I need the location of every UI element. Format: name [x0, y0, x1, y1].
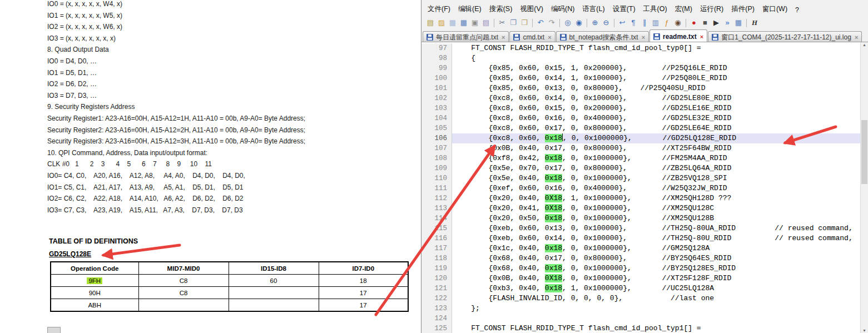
line-number[interactable]: 124 [421, 314, 452, 324]
line-number[interactable]: 108 [421, 153, 452, 163]
line-number[interactable]: 102 [421, 93, 452, 103]
code-line-106[interactable]: 106 {0xc8, 0x60, 0x18, 0, 0x1000000}, //… [421, 133, 860, 143]
code-line-123[interactable]: 123 }; [421, 304, 860, 314]
menu-item-edit[interactable]: 编辑(E) [454, 3, 485, 15]
tab-cmd[interactable]: cmd.txt× [509, 31, 555, 43]
tab-daily-issues[interactable]: 每日遗留重点问题.txt× [423, 31, 509, 43]
tab-close-icon[interactable]: × [642, 34, 645, 41]
code-line-119[interactable]: 119 {0x68, 0x40, 0x18, 0, 0x1000000}, //… [421, 264, 860, 274]
line-number[interactable]: 110 [421, 173, 452, 183]
line-number[interactable]: 112 [421, 193, 452, 203]
zoom-out-icon[interactable]: ⊖ [601, 18, 611, 28]
word-wrap-icon[interactable]: ↩ [617, 18, 627, 28]
code-line-104[interactable]: 104 {0xc8, 0x60, 0x16, 0, 0x400000}, //G… [421, 113, 860, 123]
indent-guide-icon[interactable]: ∥ [639, 18, 649, 28]
new-file-icon[interactable]: ▤ [425, 18, 435, 28]
code-line-112[interactable]: 112 {0x20, 0x40, 0X18, 1, 0x1000000}, //… [421, 193, 860, 203]
tab-close-icon[interactable]: × [502, 34, 505, 41]
code-line-100[interactable]: 100 {0x85, 0x60, 0x14, 1, 0x100000}, //P… [421, 73, 860, 83]
line-number[interactable]: 109 [421, 163, 452, 173]
open-folder-icon[interactable]: ▨ [437, 18, 447, 28]
line-number[interactable]: 120 [421, 274, 452, 284]
editor-area[interactable]: 97 FT_CONST FLASH_RDID_TYPE_T flash_cmd_… [421, 42, 868, 333]
menu-item-help[interactable]: ? [791, 5, 803, 15]
save-macro-icon[interactable]: ▦ [733, 18, 743, 28]
close-file-icon[interactable]: ▣ [470, 18, 480, 28]
menu-item-run[interactable]: 运行(R) [696, 3, 727, 15]
line-number[interactable]: 121 [421, 284, 452, 294]
function-list-icon[interactable]: ƒ [662, 18, 672, 28]
scroll-down-icon[interactable]: ▼ [861, 329, 868, 332]
tab-close-icon[interactable]: × [855, 34, 858, 41]
line-number[interactable]: 117 [421, 243, 452, 254]
code-line-102[interactable]: 102 {0xc8, 0x60, 0x14, 0, 0x100000}, //G… [421, 93, 860, 103]
copy-icon[interactable]: ❐ [508, 18, 518, 28]
code-line-113[interactable]: 113 {0x20, 0x41, 0X18, 0, 0x1000000}, //… [421, 203, 860, 213]
code-line-121[interactable]: 121 {0xb3, 0x40, 0x18, 1, 0x1000000}, //… [421, 284, 860, 294]
line-number[interactable]: 125 [421, 324, 452, 333]
tab-close-icon[interactable]: × [548, 34, 551, 41]
save-icon[interactable]: ▦ [448, 18, 458, 28]
code-line-114[interactable]: 114 {0x20, 0x50, 0x18, 0, 0x1000000}, //… [421, 213, 860, 223]
tab-readme[interactable]: readme.txt× [649, 29, 707, 43]
line-number[interactable]: 115 [421, 223, 452, 233]
line-number[interactable]: 104 [421, 113, 452, 123]
replace-icon[interactable]: ◉ [574, 18, 584, 28]
document-hscrollbar[interactable] [47, 327, 61, 333]
paste-icon[interactable]: ❒ [519, 18, 529, 28]
code-line-122[interactable]: 122 {FLASH_INVALID_ID, 0, 0, 0, 0}, //la… [421, 294, 860, 304]
code-line-110[interactable]: 110 {0x5e, 0x40, 0x18, 0, 0x1000000}, //… [421, 173, 860, 183]
code-line-124[interactable]: 124 [421, 314, 860, 324]
code-line-97[interactable]: 97 FT_CONST FLASH_RDID_TYPE_T flash_cmd_… [421, 43, 860, 53]
line-number[interactable]: 122 [421, 294, 452, 304]
run-macro-multiple-icon[interactable]: » [722, 18, 732, 28]
code-line-107[interactable]: 107 {0x0B, 0x40, 0x17, 0, 0x800000}, //X… [421, 143, 860, 153]
play-macro-icon[interactable]: ▶ [711, 18, 721, 28]
undo-icon[interactable]: ↶ [535, 18, 545, 28]
save-all-icon[interactable]: ▦ [459, 18, 469, 28]
record-macro-icon[interactable]: ● [689, 18, 699, 28]
line-number[interactable]: 116 [421, 233, 452, 243]
line-number[interactable]: 97 [421, 43, 452, 53]
doc-map-icon[interactable]: ▥ [651, 18, 661, 28]
line-number[interactable]: 123 [421, 304, 452, 314]
code-line-103[interactable]: 103 {0xc8, 0x60, 0x15, 0, 0x200000}, //G… [421, 103, 860, 113]
code-line-125[interactable]: 125 FT_CONST FLASH_RDID_TYPE_T flash_cmd… [421, 324, 860, 333]
menu-item-settings[interactable]: 设置(T) [609, 3, 639, 15]
tab-bt-notepad-search[interactable]: bt_notepad搜索条件.txt× [556, 31, 649, 43]
menu-item-file[interactable]: 文件(F) [424, 3, 454, 15]
menu-item-plugins[interactable]: 插件(P) [727, 3, 758, 15]
cut-icon[interactable]: ✂ [497, 18, 507, 28]
scrollbar-thumb[interactable] [861, 120, 867, 184]
code-line-108[interactable]: 108 {0xf8, 0x42, 0x18, 0, 0x1000000}, //… [421, 153, 860, 163]
menu-item-window[interactable]: 窗口(W) [758, 3, 791, 15]
stop-macro-icon[interactable]: ■ [700, 18, 710, 28]
menu-item-view[interactable]: 视图(V) [516, 3, 547, 15]
show-all-characters-icon[interactable]: ¶ [628, 18, 638, 28]
line-number[interactable]: 100 [421, 73, 452, 83]
line-number[interactable]: 111 [421, 183, 452, 193]
hex-viewer-icon[interactable]: H [750, 18, 760, 28]
menu-item-search[interactable]: 搜索(S) [485, 3, 517, 15]
code-line-111[interactable]: 111 {0xef, 0x60, 0x16, 0, 0x400000}, //W… [421, 183, 860, 193]
menu-item-tools[interactable]: 工具(O) [639, 3, 671, 15]
scroll-up-icon[interactable]: ▲ [861, 43, 868, 47]
code-line-116[interactable]: 116 {0xeb, 0x60, 0x14, 0, 0x100000}, //T… [421, 233, 860, 243]
monitoring-eye-icon[interactable]: ◉ [673, 18, 683, 28]
find-icon[interactable]: ◎ [563, 18, 573, 28]
zoom-in-icon[interactable]: ⊕ [590, 18, 600, 28]
code-line-118[interactable]: 118 {0x68, 0x40, 0x17, 0, 0x800000}, //B… [421, 254, 860, 264]
menu-item-language[interactable]: 语言(L) [578, 3, 608, 15]
code-line-105[interactable]: 105 {0xc8, 0x60, 0x17, 0, 0x800000}, //G… [421, 123, 860, 133]
tab-window1-com4-log[interactable]: 窗口1_COM4_(2025-11-27-17-11-12)_ui.log× [708, 31, 862, 43]
tab-close-icon[interactable]: × [700, 33, 703, 40]
line-number[interactable]: 119 [421, 264, 452, 274]
line-number[interactable]: 106 [421, 133, 452, 143]
line-number[interactable]: 101 [421, 83, 452, 93]
menu-item-encoding[interactable]: 编码(N) [547, 3, 578, 15]
code-line-98[interactable]: 98 { [421, 53, 860, 63]
editor-vscrollbar[interactable]: ▲ ▼ [860, 42, 868, 333]
code-line-117[interactable]: 117 {0x1c, 0x40, 0x18, 0, 0x1000000}, //… [421, 243, 860, 254]
line-number[interactable]: 99 [421, 63, 452, 73]
code-line-115[interactable]: 115 {0xeb, 0x60, 0x13, 0, 0x100000}, //T… [421, 223, 860, 233]
